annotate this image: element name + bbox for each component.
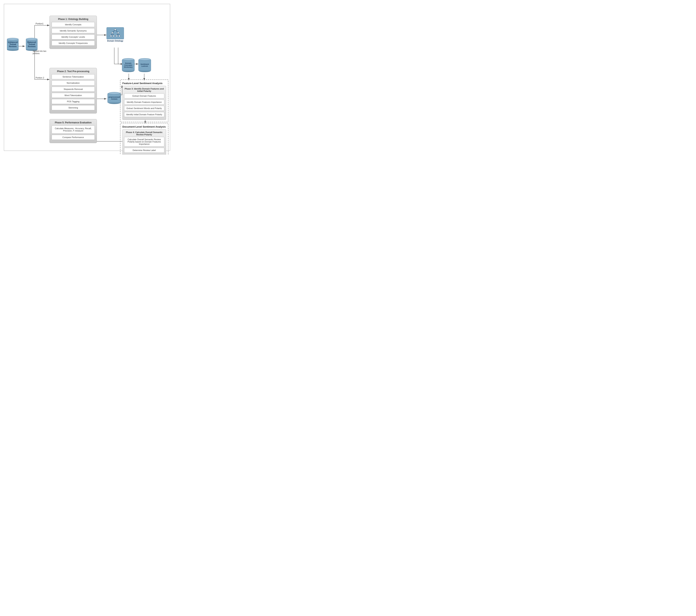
domain-ontology-box: Domain Ontology <box>107 27 124 42</box>
document-level-title: Document-Level Sentiment Analysis <box>122 125 166 128</box>
step-extract-sentiment-words: Extract Sentiment Words and Polarity <box>124 106 164 111</box>
document-level-region: Document-Level Sentiment Analysis Phase … <box>120 123 169 155</box>
step-compare-performance: Compare Performance <box>52 135 95 140</box>
step-calculate-overall-polarity: Calculate Overall Semantic Review Polari… <box>124 137 164 146</box>
step-concepts-levels: Identify Concepts' Levels <box>52 34 95 40</box>
unbalanced-reviews: Unblanced Textual Reviews <box>6 38 19 51</box>
phase5-title: Phase 5: Performance Evaluation <box>52 121 95 124</box>
svg-point-16 <box>117 32 119 34</box>
svg-point-17 <box>110 35 112 37</box>
step-concepts-frequencies: Identify Concepts' Frequencies <box>52 41 95 46</box>
step-determine-review-label: Determine Review Label <box>124 148 164 153</box>
step-stemming: Stemming <box>52 105 95 110</box>
svg-point-19 <box>116 35 117 37</box>
step-extract-domain-features: Extract Domain Features <box>124 93 164 98</box>
step-identify-concepts: Identify Concepts <box>52 22 95 27</box>
step-initial-domain-polarity: Identify Initial Domain Feature Polarity <box>124 112 164 117</box>
splitted-label: Splitted into two portions <box>33 50 48 55</box>
cylinder-top <box>7 38 19 40</box>
step-word-tokenization: Word Tokenization <box>52 93 95 98</box>
svg-point-18 <box>113 35 114 37</box>
portion1-label: Portion1 <box>35 22 44 25</box>
step-stopwords-removal: Stopwords Removal <box>52 86 95 92</box>
phase2-box: Phase 2: Text Pre-processing Sentence To… <box>49 68 97 113</box>
cylinder-top-b <box>26 38 37 40</box>
phase4-box: Phase 4: Calculate Overall Semantic Revi… <box>122 129 166 155</box>
preprocessed-reviews: preprocessed reviews <box>107 92 122 104</box>
phase1-box: Phase 1: Ontology Building Identify Conc… <box>49 16 97 49</box>
sentiment-lexicon: Sentiment Lexicon <box>138 58 152 72</box>
cylinder-body-b: Balanced Textual Reviews <box>26 39 37 50</box>
domain-concepts-dict: Domain Concepts Dictionary <box>121 58 136 72</box>
cylinder-body: Unblanced Textual Reviews <box>7 39 19 50</box>
phase3-title: Phase 3: Identify Domain Features and In… <box>124 88 164 92</box>
diagram-container: Unblanced Textual Reviews Balanced Textu… <box>4 4 170 151</box>
step-domain-features-importance: Identify Domain Features Importance <box>124 99 164 105</box>
step-semantic-synonyms: Identify Semantic Synonyms <box>52 28 95 33</box>
svg-point-20 <box>119 35 120 37</box>
domain-ontology-label: Domain Ontology <box>107 40 124 42</box>
svg-point-14 <box>114 29 116 30</box>
phase4-title: Phase 4: Calculate Overall Semantic Revi… <box>124 131 164 136</box>
step-sentence-tokenization: Sentence Tokenization <box>52 74 95 79</box>
balanced-reviews: Balanced Textual Reviews <box>25 38 38 51</box>
portion2-label: Portion 2 <box>35 77 44 79</box>
feature-level-title: Feature-Level Sentiment Analysis <box>122 82 166 85</box>
phase1-title: Phase 1: Ontology Building <box>52 18 95 20</box>
feature-level-region: Feature-Level Sentiment Analysis Phase 3… <box>120 79 169 122</box>
phase3-box: Phase 3: Identify Domain Features and In… <box>122 86 166 120</box>
step-normalization: Normalization <box>52 80 95 85</box>
step-pos-tagging: POS Tagging <box>52 99 95 104</box>
phase5-box: Phase 5: Performance Evaluation Calculat… <box>49 119 97 143</box>
svg-point-15 <box>112 32 113 34</box>
phase2-title: Phase 2: Text Pre-processing <box>52 70 95 73</box>
step-calculate-measures: Calculate Measures : Accuracy, Recall, P… <box>52 125 95 133</box>
ontology-tree-icon <box>109 29 121 37</box>
